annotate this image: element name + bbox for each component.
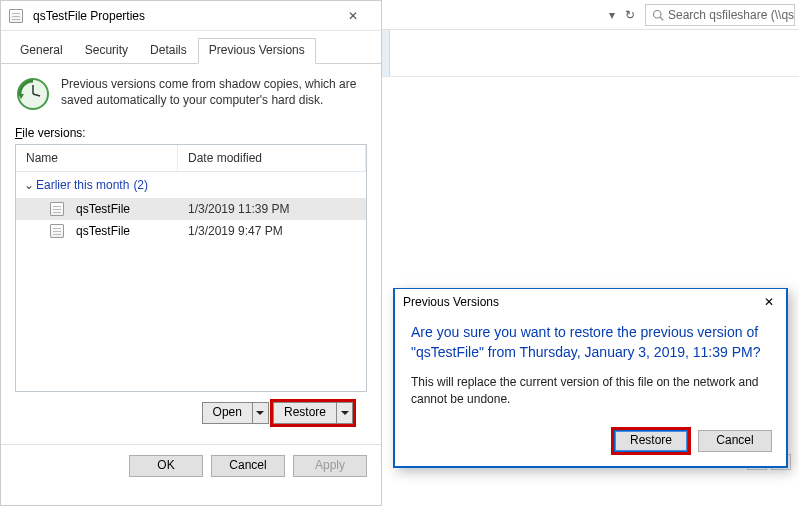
restore-button[interactable]: Restore: [273, 402, 353, 424]
apply-button: Apply: [293, 455, 367, 477]
history-icon: [15, 76, 51, 112]
chevron-down-icon[interactable]: ▾: [609, 8, 615, 22]
restore-confirm-dialog: Previous Versions ✕ Are you sure you wan…: [393, 288, 788, 468]
file-versions-list[interactable]: Name Date modified ⌄ Earlier this month …: [15, 144, 367, 392]
document-icon: [9, 9, 23, 23]
dropdown-arrow-icon[interactable]: [252, 403, 268, 423]
group-label: Earlier this month: [36, 178, 129, 192]
cancel-button[interactable]: Cancel: [211, 455, 285, 477]
column-name[interactable]: Name: [16, 145, 178, 171]
version-row[interactable]: qsTestFile 1/3/2019 9:47 PM: [16, 220, 366, 242]
search-placeholder: Search qsfileshare (\\qsstorag...: [668, 8, 795, 22]
version-group[interactable]: ⌄ Earlier this month (2): [16, 172, 366, 198]
titlebar: qsTestFile Properties ✕: [1, 1, 381, 31]
info-text: Previous versions come from shadow copie…: [61, 76, 367, 112]
tab-strip: General Security Details Previous Versio…: [1, 31, 381, 64]
window-title: qsTestFile Properties: [29, 9, 333, 23]
tab-previous-versions[interactable]: Previous Versions: [198, 38, 316, 64]
confirm-title: Previous Versions: [403, 295, 499, 309]
confirm-restore-button[interactable]: Restore: [614, 430, 688, 452]
version-name: qsTestFile: [76, 202, 130, 216]
version-date: 1/3/2019 11:39 PM: [188, 202, 358, 216]
properties-dialog: qsTestFile Properties ✕ General Security…: [0, 0, 382, 506]
version-name: qsTestFile: [76, 224, 130, 238]
confirm-cancel-button[interactable]: Cancel: [698, 430, 772, 452]
open-button[interactable]: Open: [202, 402, 269, 424]
document-icon: [50, 202, 64, 216]
close-icon[interactable]: ✕: [333, 9, 373, 23]
column-headers[interactable]: Name Date modified: [16, 145, 366, 172]
search-input[interactable]: Search qsfileshare (\\qsstorag...: [645, 4, 795, 26]
confirm-headline: Are you sure you want to restore the pre…: [411, 323, 770, 362]
svg-line-1: [660, 17, 663, 20]
column-date[interactable]: Date modified: [178, 145, 366, 171]
tab-security[interactable]: Security: [74, 38, 139, 64]
document-icon: [50, 224, 64, 238]
explorer-toolbar: ▾ ↻ Search qsfileshare (\\qsstorag...: [382, 0, 799, 30]
search-icon: [652, 9, 664, 21]
group-count: (2): [133, 178, 148, 192]
ok-button[interactable]: OK: [129, 455, 203, 477]
version-date: 1/3/2019 9:47 PM: [188, 224, 358, 238]
nav-pane-edge: [382, 30, 390, 76]
refresh-icon[interactable]: ↻: [619, 8, 641, 22]
chevron-down-icon[interactable]: ⌄: [24, 178, 34, 192]
dialog-buttons: OK Cancel Apply: [1, 444, 381, 491]
dropdown-arrow-icon[interactable]: [336, 403, 352, 423]
file-versions-label: File versions:: [15, 126, 367, 140]
tab-general[interactable]: General: [9, 38, 74, 64]
version-row[interactable]: qsTestFile 1/3/2019 11:39 PM: [16, 198, 366, 220]
header-divider: [382, 76, 799, 77]
confirm-body-text: This will replace the current version of…: [411, 374, 770, 408]
address-bar-tail[interactable]: ▾ ↻: [609, 8, 641, 22]
svg-point-0: [654, 10, 662, 18]
tab-details[interactable]: Details: [139, 38, 198, 64]
tab-panel-previous-versions: Previous versions come from shadow copie…: [1, 64, 381, 442]
close-icon[interactable]: ✕: [760, 295, 778, 309]
